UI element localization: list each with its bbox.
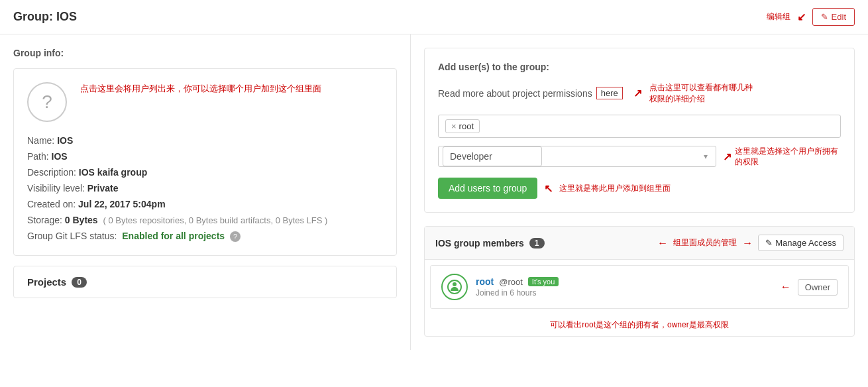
role-select[interactable]: Developer [443, 146, 542, 166]
avatar-area: ? 点击这里会将用户列出来，你可以选择哪个用户加到这个组里面 [27, 82, 383, 122]
manage-access-area: ← 组里面成员的管理 → ✎ Manage Access [657, 235, 843, 251]
add-users-section: Add user(s) to the group: Read more abou… [424, 48, 855, 213]
path-label: Path: [27, 151, 49, 162]
edit-icon: ✎ [821, 12, 828, 22]
page-title: Group: IOS [13, 10, 77, 24]
permissions-row: Read more about project permissions here… [438, 82, 841, 105]
projects-title: Projects 0 [27, 276, 383, 288]
add-btn-row: Add users to group ↖ 这里就是将此用户添加到组里面 [438, 178, 841, 199]
here-arrow: ↗ [633, 87, 642, 99]
lfs-label: Group Git LFS status: [27, 231, 117, 241]
name-value: IOS [57, 135, 73, 146]
name-label: Name: [27, 135, 54, 146]
edit-annotation: 编辑组 [767, 11, 790, 23]
group-info-label: Group info: [13, 48, 397, 58]
members-section: IOS group members 1 ← 组里面成员的管理 → ✎ Manag… [424, 226, 855, 337]
bottom-annotation: 可以看出root是这个组的拥有者，owner是最高权限 [425, 314, 854, 336]
svg-point-1 [453, 282, 457, 286]
members-header: IOS group members 1 ← 组里面成员的管理 → ✎ Manag… [425, 227, 854, 260]
avatar[interactable]: ? [27, 82, 67, 122]
created-label: Created on: [27, 199, 76, 209]
projects-section: Projects 0 [13, 266, 397, 298]
page-header: Group: IOS 编辑组 ↙ ✎ Edit [0, 0, 868, 34]
created-value: Jul 22, 2017 5:04pm [78, 199, 166, 209]
role-annotation: 这里就是选择这个用户所拥有的权限 [735, 146, 841, 168]
members-title: IOS group members 1 [435, 238, 545, 249]
group-info-box: ? 点击这里会将用户列出来，你可以选择哪个用户加到这个组里面 Name: IOS… [13, 68, 397, 256]
members-count: 1 [529, 238, 545, 249]
tag-close-icon[interactable]: × [451, 121, 457, 131]
visibility-row: Visibility level: Private [27, 183, 383, 194]
desc-label: Description: [27, 167, 76, 178]
manage-access-icon: ✎ [765, 238, 773, 248]
header-right: 编辑组 ↙ ✎ Edit [767, 8, 855, 26]
member-handle: @root [499, 277, 523, 287]
manage-arrow2: → [742, 237, 753, 249]
projects-label: Projects [27, 276, 66, 288]
name-row: Name: IOS [27, 135, 383, 146]
its-you-badge: It's you [528, 277, 559, 286]
desc-value: IOS kaifa group [79, 167, 147, 178]
info-rows: Name: IOS Path: IOS Description: IOS kai… [27, 135, 383, 242]
storage-detail: ( 0 Bytes repositories, 0 Bytes build ar… [103, 215, 328, 225]
user-tag-input[interactable]: × root [438, 115, 841, 138]
members-title-text: IOS group members [435, 238, 524, 249]
add-annotation: 这里就是将此用户添加到组里面 [559, 183, 671, 194]
projects-count: 0 [72, 277, 87, 288]
manage-access-label: Manage Access [775, 238, 836, 248]
permissions-text: Read more about project permissions [438, 88, 592, 99]
role-select-row: Developer ▾ ↗ 这里就是选择这个用户所拥有的权限 [438, 146, 841, 168]
created-row: Created on: Jul 22, 2017 5:04pm [27, 199, 383, 209]
member-avatar [441, 274, 468, 300]
owner-arrow: ← [781, 281, 791, 293]
manage-access-button[interactable]: ✎ Manage Access [758, 235, 843, 251]
member-name-row: root @root It's you [476, 276, 559, 287]
storage-row: Storage: 0 Bytes ( 0 Bytes repositories,… [27, 215, 383, 225]
main-content: Group info: ? 点击这里会将用户列出来，你可以选择哪个用户加到这个组… [0, 34, 868, 350]
member-joined: Joined in 6 hours [476, 288, 559, 298]
manage-annotation: 组里面成员的管理 [673, 237, 737, 249]
left-panel: Group info: ? 点击这里会将用户列出来，你可以选择哪个用户加到这个组… [0, 34, 411, 350]
avatar-question: ? [42, 91, 52, 113]
user-tag: × root [445, 119, 480, 133]
tag-name: root [459, 121, 474, 131]
desc-row: Description: IOS kaifa group [27, 167, 383, 178]
visibility-value: Private [87, 183, 119, 194]
member-info: root @root It's you Joined in 6 hours [476, 276, 559, 298]
member-left: root @root It's you Joined in 6 hours [441, 274, 559, 300]
path-value: IOS [52, 151, 68, 162]
add-arrow: ↖ [544, 182, 553, 195]
storage-label: Storage: [27, 215, 62, 225]
role-arrow: ↗ [723, 150, 732, 163]
member-row: root @root It's you Joined in 6 hours ← … [430, 265, 849, 309]
member-role: Owner [798, 279, 838, 296]
path-row: Path: IOS [27, 151, 383, 162]
here-annotation: 点击这里可以查看都有哪几种权限的详细介绍 [649, 82, 755, 105]
member-right: ← Owner [781, 279, 838, 296]
storage-value: 0 Bytes [65, 215, 98, 225]
avatar-annotation: 点击这里会将用户列出来，你可以选择哪个用户加到这个组里面 [80, 82, 321, 95]
edit-button[interactable]: ✎ Edit [812, 8, 855, 26]
manage-arrow: ← [657, 237, 668, 249]
lfs-row: Group Git LFS status: Enabled for all pr… [27, 231, 383, 242]
member-name[interactable]: root [476, 276, 494, 287]
dropdown-arrow-icon: ▾ [700, 148, 712, 165]
add-users-button[interactable]: Add users to group [438, 178, 537, 199]
right-panel: Add user(s) to the group: Read more abou… [411, 34, 868, 350]
visibility-label: Visibility level: [27, 183, 85, 194]
here-link[interactable]: here [596, 87, 623, 99]
add-users-title: Add user(s) to the group: [438, 62, 841, 72]
edit-arrow-icon: ↙ [797, 11, 806, 23]
lfs-help-icon[interactable]: ? [230, 231, 241, 242]
lfs-value: Enabled for all projects [122, 231, 225, 241]
